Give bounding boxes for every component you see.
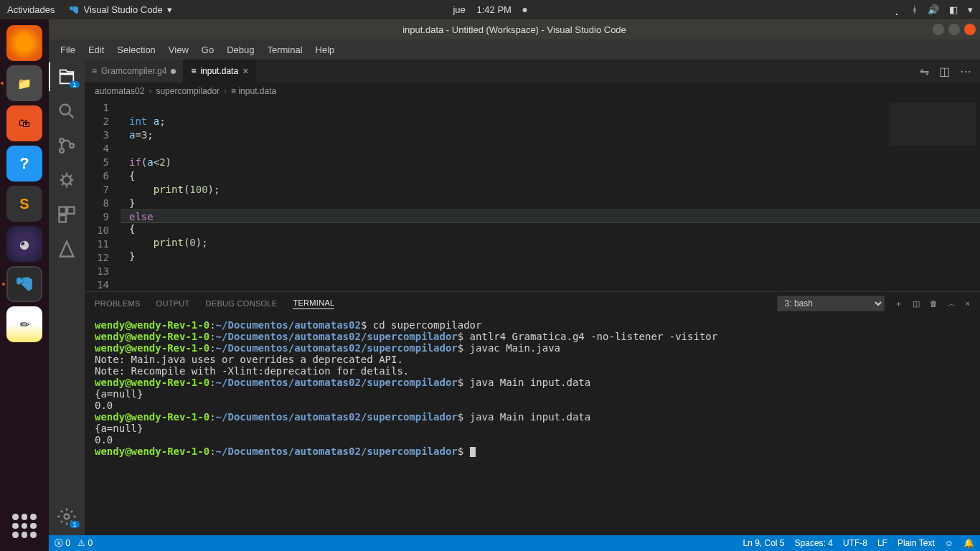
- code-line[interactable]: [121, 263, 980, 277]
- dock-help[interactable]: ?: [6, 146, 42, 182]
- code-line[interactable]: }: [121, 197, 980, 210]
- file-icon: ≡: [191, 66, 196, 76]
- status-language[interactable]: Plain Text: [897, 538, 935, 548]
- split-editor-icon[interactable]: ◫: [939, 65, 950, 78]
- breadcrumb-segment[interactable]: supercompilador: [156, 86, 220, 96]
- panel-tab-problems[interactable]: PROBLEMS: [95, 299, 141, 308]
- status-errors[interactable]: ⓧ 0: [55, 537, 70, 550]
- dock-sublime[interactable]: S: [6, 186, 42, 222]
- source-control-icon[interactable]: [57, 136, 77, 156]
- code-line[interactable]: if(a<2): [121, 156, 980, 169]
- dock-nautilus[interactable]: 📁: [6, 65, 42, 101]
- panel-tab-output[interactable]: OUTPUT: [156, 299, 190, 308]
- kill-terminal-icon[interactable]: 🗑: [930, 299, 938, 308]
- menu-bar: FileEditSelectionViewGoDebugTerminalHelp: [49, 39, 980, 60]
- menu-debug[interactable]: Debug: [221, 42, 260, 58]
- panel-tabs: PROBLEMSOUTPUTDEBUG CONSOLETERMINAL3: ba…: [85, 292, 980, 315]
- debug-icon[interactable]: [57, 170, 77, 190]
- tab-input-data[interactable]: ≡input.data×: [184, 60, 256, 83]
- menu-help[interactable]: Help: [310, 42, 341, 58]
- status-lncol[interactable]: Ln 9, Col 5: [743, 538, 784, 548]
- dock-notes[interactable]: ✏: [6, 306, 42, 342]
- code-line[interactable]: print(0);: [121, 236, 980, 250]
- maximize-panel-icon[interactable]: ︿: [948, 298, 956, 309]
- terminal-line: Note: Recompile with -Xlint:deprecation …: [95, 365, 970, 377]
- status-eol[interactable]: LF: [877, 538, 887, 548]
- settings-icon[interactable]: 1: [57, 507, 77, 527]
- notifications-icon[interactable]: 🔔: [963, 538, 974, 548]
- close-button[interactable]: [964, 24, 976, 35]
- terminal-line: Note: Main.java uses or overrides a depr…: [95, 354, 970, 365]
- svg-point-2: [60, 149, 64, 153]
- search-icon[interactable]: [57, 101, 77, 121]
- terminal-line: wendy@wendy-Rev-1-0:~/Documentos/automat…: [95, 342, 970, 354]
- code-line[interactable]: int a;: [121, 115, 980, 128]
- activities-button[interactable]: Actividades: [7, 4, 55, 15]
- code-line[interactable]: {: [121, 222, 980, 236]
- dock-eclipse[interactable]: ◕: [6, 226, 42, 262]
- close-panel-icon[interactable]: ×: [966, 299, 970, 308]
- more-actions-icon[interactable]: ⋯: [960, 65, 971, 78]
- status-warnings[interactable]: ⚠ 0: [77, 538, 93, 548]
- new-terminal-icon[interactable]: ＋: [895, 298, 903, 309]
- code-line[interactable]: }: [121, 250, 980, 263]
- code-line[interactable]: else: [121, 209, 980, 223]
- volume-icon[interactable]: 🔊: [928, 4, 939, 15]
- terminal[interactable]: wendy@wendy-Rev-1-0:~/Documentos/automat…: [85, 315, 980, 535]
- split-terminal-icon[interactable]: ◫: [913, 299, 920, 309]
- code-line[interactable]: [121, 142, 980, 156]
- menu-selection[interactable]: Selection: [111, 42, 161, 58]
- terminal-line: {a=null}: [95, 423, 970, 434]
- terminal-line: 0.0: [95, 400, 970, 411]
- minimap[interactable]: [890, 103, 976, 146]
- menu-go[interactable]: Go: [196, 42, 220, 58]
- code-editor[interactable]: 1234567891011121314 int a;a=3;if(a<2){ p…: [85, 100, 980, 291]
- dock-vscode[interactable]: [6, 266, 42, 302]
- svg-point-4: [62, 176, 71, 184]
- dock-software[interactable]: 🛍: [6, 105, 42, 141]
- battery-icon[interactable]: ◧: [949, 4, 958, 15]
- app-menu[interactable]: Visual Studio Code ▾: [69, 4, 171, 15]
- svg-point-1: [60, 138, 64, 143]
- azure-icon[interactable]: [57, 239, 77, 259]
- panel-tab-debug-console[interactable]: DEBUG CONSOLE: [206, 299, 278, 308]
- tab-Gramcompiler-g4[interactable]: ≡Gramcompiler.g4: [85, 60, 184, 83]
- clock[interactable]: jue 1:42 PM: [453, 4, 527, 15]
- panel-tab-terminal[interactable]: TERMINAL: [293, 298, 334, 309]
- code-line[interactable]: [121, 277, 980, 291]
- feedback-icon[interactable]: ☺: [945, 538, 953, 548]
- menu-view[interactable]: View: [163, 42, 194, 58]
- terminal-line: {a=null}: [95, 388, 970, 400]
- menu-file[interactable]: File: [55, 42, 81, 58]
- code-line[interactable]: [121, 101, 980, 115]
- status-bar: ⓧ 0 ⚠ 0 Ln 9, Col 5 Spaces: 4 UTF-8 LF P…: [49, 535, 980, 551]
- status-spaces[interactable]: Spaces: 4: [795, 538, 833, 548]
- breadcrumb-segment[interactable]: ≡ input.data: [231, 86, 276, 96]
- maximize-button[interactable]: [948, 24, 960, 35]
- breadcrumb-segment[interactable]: automatas02: [95, 86, 144, 96]
- bluetooth-icon[interactable]: ᚼ: [912, 4, 918, 15]
- terminal-line: 0.0: [95, 434, 970, 446]
- breadcrumb[interactable]: automatas02›supercompilador›≡ input.data: [85, 83, 980, 100]
- code-line[interactable]: print(100);: [121, 183, 980, 197]
- close-tab-icon[interactable]: ×: [242, 65, 248, 77]
- menu-terminal[interactable]: Terminal: [261, 42, 308, 58]
- show-applications[interactable]: [6, 508, 42, 544]
- minimize-button[interactable]: [933, 24, 944, 35]
- explorer-icon[interactable]: 1: [57, 67, 77, 87]
- window-title-text: input.data - Untitled (Workspace) - Visu…: [402, 24, 626, 35]
- menu-edit[interactable]: Edit: [83, 42, 110, 58]
- svg-rect-7: [60, 215, 66, 222]
- wifi-icon[interactable]: ⡀: [895, 4, 902, 15]
- activity-bar: 1 1: [49, 60, 85, 535]
- power-menu[interactable]: ▾: [968, 4, 973, 15]
- code-line[interactable]: {: [121, 169, 980, 183]
- compare-changes-icon[interactable]: ⇋: [920, 65, 929, 78]
- terminal-selector[interactable]: 3: bash: [777, 296, 885, 311]
- code-line[interactable]: a=3;: [121, 128, 980, 142]
- extensions-icon[interactable]: [57, 204, 77, 225]
- svg-point-0: [60, 105, 70, 115]
- window-titlebar: input.data - Untitled (Workspace) - Visu…: [49, 19, 980, 39]
- dock-firefox[interactable]: [6, 25, 42, 61]
- status-encoding[interactable]: UTF-8: [843, 538, 867, 548]
